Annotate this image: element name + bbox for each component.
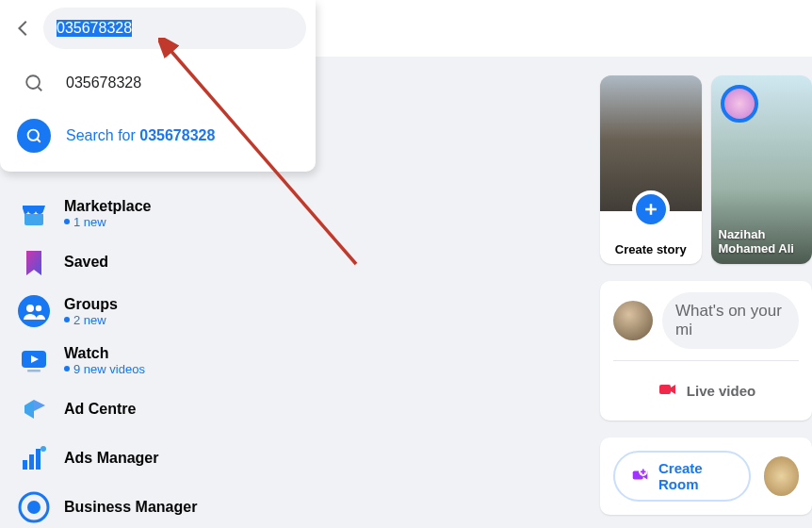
svg-point-5 <box>26 305 34 312</box>
story-friend-name: Nazihah Mohamed Ali <box>719 227 809 256</box>
search-for-row[interactable]: Search for 035678328 <box>0 109 316 162</box>
create-room-label: Create Room <box>658 460 734 492</box>
svg-point-1 <box>28 130 39 140</box>
business-manager-icon <box>17 490 51 524</box>
sidebar-item-groups[interactable]: Groups 2 new <box>8 287 313 336</box>
sidebar-item-ad-centre[interactable]: Ad Centre <box>8 385 313 434</box>
sidebar-item-label: Marketplace <box>64 198 152 215</box>
sidebar-item-label: Business Manager <box>64 499 197 516</box>
sidebar-item-sub: 2 new <box>64 313 118 327</box>
search-input-wrap[interactable]: 035678328 <box>43 8 306 49</box>
search-for-prefix: Search for <box>66 127 139 143</box>
create-story-label: Create story <box>615 242 687 256</box>
sidebar-item-ads-manager[interactable]: Ads Manager <box>8 434 313 483</box>
svg-point-6 <box>36 305 41 311</box>
sidebar-item-watch[interactable]: Watch 9 new videos <box>8 336 313 385</box>
clock-or-search-icon <box>17 66 51 100</box>
svg-rect-8 <box>27 370 41 372</box>
marketplace-icon <box>17 196 51 230</box>
ad-centre-icon <box>17 392 51 426</box>
svg-point-4 <box>18 295 50 327</box>
search-input[interactable]: 035678328 <box>57 20 132 37</box>
sidebar-item-business-manager[interactable]: Business Manager <box>8 483 313 528</box>
svg-rect-9 <box>23 460 27 470</box>
sidebar-item-sub: 1 new <box>64 215 152 229</box>
rooms-card: Create Room <box>600 437 812 515</box>
post-composer: What's on your mi Live video <box>600 281 812 421</box>
svg-point-14 <box>27 501 41 514</box>
sidebar-item-saved[interactable]: Saved <box>8 238 313 287</box>
sidebar-item-label: Groups <box>64 296 118 313</box>
sidebar-item-label: Ads Manager <box>64 450 158 467</box>
watch-icon <box>17 343 51 377</box>
live-video-button[interactable]: Live video <box>643 372 769 409</box>
create-room-button[interactable]: Create Room <box>613 451 751 502</box>
search-suggestion-text: 035678328 <box>66 74 141 91</box>
search-icon <box>17 119 51 153</box>
search-for-term: 035678328 <box>139 127 215 143</box>
sidebar-item-label: Saved <box>64 254 108 271</box>
story-avatar <box>721 85 758 123</box>
groups-icon <box>17 294 51 328</box>
sidebar-item-label: Ad Centre <box>64 401 136 418</box>
ads-manager-icon <box>17 441 51 475</box>
room-camera-icon <box>630 465 651 488</box>
search-dropdown: 035678328 035678328 Search for 035678328 <box>0 0 316 172</box>
back-icon[interactable] <box>13 18 34 39</box>
divider <box>613 360 799 361</box>
search-top-row: 035678328 <box>0 0 316 57</box>
plus-icon <box>632 190 670 228</box>
composer-input[interactable]: What's on your mi <box>662 292 799 349</box>
create-story-card[interactable]: Create story <box>600 75 702 264</box>
svg-point-12 <box>41 446 46 452</box>
svg-rect-11 <box>36 449 41 470</box>
friend-story-card[interactable]: Nazihah Mohamed Ali <box>711 75 813 264</box>
sidebar-item-label: Watch <box>64 345 145 362</box>
svg-rect-10 <box>29 454 34 470</box>
main-feed: Create story Nazihah Mohamed Ali What's … <box>600 75 812 515</box>
svg-point-0 <box>26 75 40 89</box>
search-for-text: Search for 035678328 <box>66 127 215 144</box>
saved-icon <box>17 245 51 279</box>
search-suggestion-row[interactable]: 035678328 <box>0 57 316 109</box>
room-contact-avatar[interactable] <box>764 456 799 496</box>
sidebar-item-sub: 9 new videos <box>64 362 145 376</box>
stories-row: Create story Nazihah Mohamed Ali <box>600 75 812 264</box>
svg-rect-15 <box>659 385 671 394</box>
video-camera-icon <box>657 378 679 404</box>
user-avatar[interactable] <box>613 301 653 340</box>
live-video-label: Live video <box>687 383 755 399</box>
sidebar-item-marketplace[interactable]: Marketplace 1 new <box>8 189 313 238</box>
